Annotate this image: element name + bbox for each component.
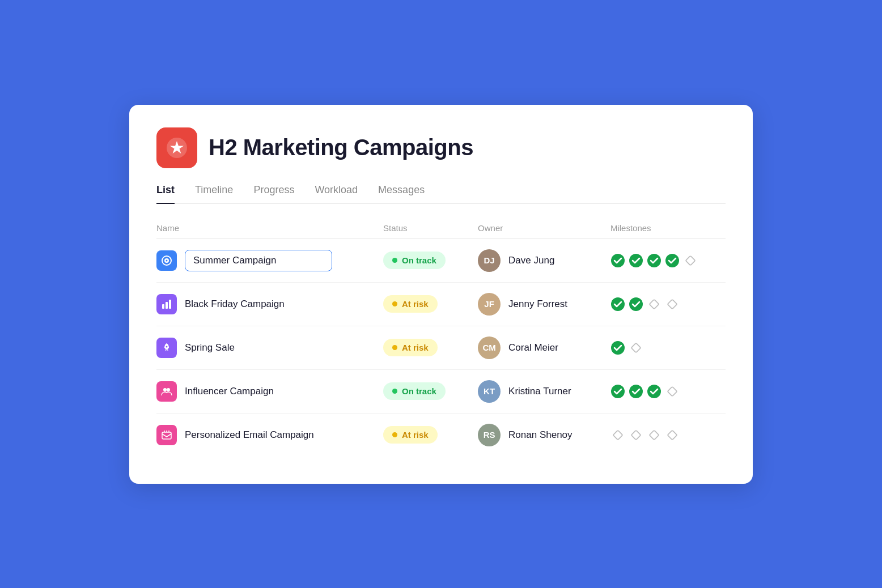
svg-rect-30 <box>631 430 641 440</box>
status-label: At risk <box>402 343 429 352</box>
milestone-empty <box>665 384 680 399</box>
status-badge: At risk <box>383 339 438 356</box>
milestone-complete <box>610 384 625 399</box>
milestone-empty <box>647 297 662 312</box>
svg-rect-31 <box>649 430 659 440</box>
milestones-cell <box>601 238 726 282</box>
name-input[interactable] <box>185 250 332 271</box>
svg-rect-32 <box>667 430 677 440</box>
owner-name: Ronan Shenoy <box>508 429 572 441</box>
status-cell: At risk <box>374 413 469 457</box>
status-dot <box>392 432 397 437</box>
svg-rect-29 <box>613 430 622 440</box>
svg-rect-10 <box>166 302 168 309</box>
col-name: Name <box>156 218 374 239</box>
milestone-complete <box>629 384 643 399</box>
svg-point-12 <box>611 297 625 311</box>
svg-point-17 <box>611 341 625 355</box>
milestones-cell <box>601 413 726 457</box>
status-badge: On track <box>383 382 446 400</box>
svg-rect-15 <box>667 299 677 309</box>
row-icon <box>156 381 177 402</box>
milestone-empty <box>647 428 662 442</box>
tab-list[interactable]: List <box>156 184 175 204</box>
col-status: Status <box>374 218 469 239</box>
svg-point-5 <box>629 254 643 267</box>
row-icon <box>156 294 177 314</box>
tab-progress[interactable]: Progress <box>253 184 294 204</box>
table-row: On track DJ Dave Jung <box>156 238 726 282</box>
col-milestones: Milestones <box>601 218 726 239</box>
svg-point-3 <box>166 259 168 261</box>
row-name: Black Friday Campaign <box>185 299 285 310</box>
owner-name: Dave Jung <box>508 255 554 266</box>
owner-name: Coral Meier <box>508 342 558 353</box>
status-dot <box>392 345 397 350</box>
status-dot <box>392 301 397 306</box>
milestone-complete <box>610 297 625 312</box>
status-cell: On track <box>374 238 469 282</box>
status-cell: At risk <box>374 282 469 326</box>
app-icon <box>156 127 197 168</box>
row-icon <box>156 338 177 358</box>
milestone-complete <box>629 297 643 312</box>
svg-rect-24 <box>667 386 677 396</box>
owner-name: Kristina Turner <box>508 386 571 397</box>
svg-point-4 <box>611 254 625 267</box>
svg-rect-8 <box>685 255 695 265</box>
status-dot <box>392 389 397 394</box>
status-cell: At risk <box>374 326 469 369</box>
tab-messages[interactable]: Messages <box>378 184 425 204</box>
milestone-complete <box>629 253 643 268</box>
status-dot <box>392 258 397 263</box>
status-badge: At risk <box>383 295 438 313</box>
status-badge: At risk <box>383 426 438 444</box>
svg-point-20 <box>167 388 170 391</box>
name-cell: Personalized Email Campaign <box>156 413 374 457</box>
status-badge: On track <box>383 252 446 269</box>
tab-workload[interactable]: Workload <box>315 184 358 204</box>
status-label: At risk <box>402 430 429 440</box>
name-cell: Black Friday Campaign <box>156 282 374 326</box>
milestone-complete <box>647 253 662 268</box>
svg-rect-9 <box>162 304 164 309</box>
svg-point-21 <box>611 385 625 398</box>
table-row: Spring Sale At risk CM Coral Meier <box>156 326 726 369</box>
row-icon <box>156 425 177 445</box>
milestone-empty <box>683 253 698 268</box>
owner-cell: KT Kristina Turner <box>469 369 601 413</box>
svg-rect-14 <box>649 299 659 309</box>
row-name: Influencer Campaign <box>185 386 274 397</box>
milestone-empty <box>665 428 680 442</box>
row-name: Spring Sale <box>185 342 235 353</box>
status-label: On track <box>402 386 436 396</box>
milestones-cell <box>601 282 726 326</box>
row-name: Personalized Email Campaign <box>185 429 314 441</box>
svg-point-22 <box>629 385 643 398</box>
page-title: H2 Marketing Campaigns <box>209 135 473 160</box>
table-row: Personalized Email Campaign At risk RS R… <box>156 413 726 457</box>
status-label: At risk <box>402 299 429 309</box>
svg-point-16 <box>166 346 168 347</box>
milestone-complete <box>610 340 625 355</box>
row-icon <box>156 250 177 271</box>
col-owner: Owner <box>469 218 601 239</box>
table-row: Black Friday Campaign At risk JF Jenny F… <box>156 282 726 326</box>
milestone-empty <box>629 428 643 442</box>
owner-name: Jenny Forrest <box>508 299 567 310</box>
tab-timeline[interactable]: Timeline <box>195 184 233 204</box>
milestone-empty <box>665 297 680 312</box>
owner-cell: JF Jenny Forrest <box>469 282 601 326</box>
tab-bar: List Timeline Progress Workload Messages <box>156 184 726 204</box>
milestone-complete <box>647 384 662 399</box>
name-cell: Spring Sale <box>156 326 374 369</box>
svg-point-7 <box>665 254 679 267</box>
milestone-complete <box>665 253 680 268</box>
owner-cell: DJ Dave Jung <box>469 238 601 282</box>
milestone-empty <box>629 340 643 355</box>
page-header: H2 Marketing Campaigns <box>156 127 726 168</box>
owner-cell: CM Coral Meier <box>469 326 601 369</box>
svg-rect-11 <box>169 300 171 309</box>
projects-table: Name Status Owner Milestones On track <box>156 218 726 457</box>
owner-cell: RS Ronan Shenoy <box>469 413 601 457</box>
